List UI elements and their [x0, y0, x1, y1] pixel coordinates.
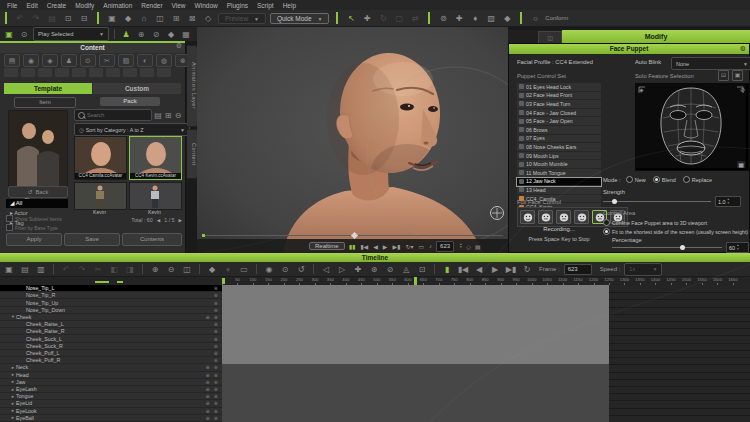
track-toggle-icon[interactable]: ⊗: [214, 372, 218, 378]
quick-mode-button[interactable]: Quick Mode ▼: [270, 13, 329, 24]
track-name-cheek_raise_r[interactable]: Cheek_Raise_R⊗: [0, 328, 222, 335]
filter-slot[interactable]: [123, 68, 137, 77]
swap-tool-icon[interactable]: ⇄: [409, 12, 421, 25]
gizmo-icon[interactable]: ♦: [469, 12, 481, 25]
texture-icon[interactable]: ▧: [485, 12, 497, 25]
rotate-tool-icon[interactable]: ↻: [377, 12, 389, 25]
actor-icon[interactable]: ♟: [120, 28, 132, 41]
clapper-icon[interactable]: ▤: [475, 243, 481, 250]
accessory-cat-icon[interactable]: ⊙: [80, 54, 96, 67]
puppet-control-item[interactable]: 06 Brows: [517, 126, 601, 135]
puppet-control-item[interactable]: 02 Face Head Front: [517, 92, 601, 101]
track-mute-icon[interactable]: ⊕: [206, 400, 210, 406]
menu-plugins[interactable]: Plugins: [227, 2, 248, 9]
scene-cat-icon[interactable]: ▧: [118, 54, 134, 67]
menu-render[interactable]: Render: [141, 2, 162, 9]
filter-slot[interactable]: [157, 68, 171, 77]
camera-cat-icon[interactable]: ◍: [156, 54, 172, 67]
select-tool-icon[interactable]: ↖: [345, 12, 357, 25]
folder-icon[interactable]: ▤: [4, 54, 20, 67]
zoom-out-icon[interactable]: ⊖: [165, 263, 177, 276]
paste-key-icon[interactable]: ◨: [124, 263, 136, 276]
track-toggle-icon[interactable]: ⊗: [214, 393, 218, 399]
add-key-icon[interactable]: ◆: [206, 263, 218, 276]
track-toggle-icon[interactable]: ⊗: [214, 285, 218, 291]
face-key-icon[interactable]: ⊘: [150, 28, 162, 41]
viewport-3d[interactable]: Realtime ▮▮▮◀◀▶▶▮↻▾▭♪ 623 ▲▼ ◇ ▤: [197, 27, 508, 253]
track-mute-icon[interactable]: ⊕: [206, 393, 210, 399]
export-icon[interactable]: ⊟: [78, 12, 90, 25]
track-name-cheek_puff_r[interactable]: Cheek_Puff_R⊗: [0, 357, 222, 364]
track-name-cheek[interactable]: ▾Cheek⊕⊗: [0, 314, 222, 321]
preview-link-icon[interactable]: ⊘: [740, 86, 745, 93]
track-toggle-icon[interactable]: ⊗: [214, 350, 218, 356]
puppet-control-item[interactable]: 08 Nose Cheeks Ears: [517, 143, 601, 152]
track-name-cheek_suck_l[interactable]: Cheek_Suck_L⊗: [0, 335, 222, 342]
open-project-icon[interactable]: ⊡: [62, 12, 74, 25]
checkbox-filter-base-type[interactable]: Filter by Base Type: [6, 224, 70, 231]
previous-frame-button[interactable]: ◀: [373, 243, 378, 250]
media-icon[interactable]: ▣: [106, 12, 118, 25]
reset-track-icon[interactable]: ↺: [295, 263, 307, 276]
layout-single-icon[interactable]: ◫: [154, 12, 166, 25]
puppet-control-item[interactable]: 07 Eyes: [517, 135, 601, 144]
skip-to-start-button[interactable]: ▮◀: [457, 263, 469, 276]
playhead-marker[interactable]: [414, 277, 417, 285]
edit-mesh-icon[interactable]: ◆: [501, 12, 513, 25]
preview-grid-icon[interactable]: ▦: [737, 161, 745, 168]
track-name-jaw[interactable]: ▸Jaw⊕⊗: [0, 379, 222, 386]
tab-template[interactable]: Template: [4, 83, 92, 94]
curve-editor-icon[interactable]: ▥: [35, 263, 47, 276]
ruler-start-flag[interactable]: [222, 278, 225, 284]
speed-dropdown[interactable]: 1x ▼: [624, 263, 662, 276]
track-mute-icon[interactable]: ⊕: [206, 386, 210, 392]
thumbnail-cc4-kevin[interactable]: CC4 Kevin.ccAvatar: [129, 136, 182, 180]
track-name-nose_tip_down[interactable]: Nose_Tip_Down⊗: [0, 307, 222, 314]
menu-help[interactable]: Help: [283, 2, 296, 9]
transition-icon[interactable]: ▭: [238, 263, 250, 276]
track-name-cheek_puff_l[interactable]: Cheek_Puff_L⊗: [0, 350, 222, 357]
preview-dropdown[interactable]: Preview ▼: [218, 13, 266, 24]
track-toggle-icon[interactable]: ⊗: [214, 321, 218, 327]
track-mute-icon[interactable]: ⊕: [206, 379, 210, 385]
previous-frame-button[interactable]: ◀: [473, 263, 485, 276]
track-toggle-icon[interactable]: ⊗: [214, 292, 218, 298]
play-selected-dropdown[interactable]: Play Selected▼: [33, 27, 109, 41]
puppet-control-item[interactable]: 13 Head: [517, 186, 601, 195]
track-toggle-icon[interactable]: ⊗: [214, 336, 218, 342]
skip-to-start-button[interactable]: ▮◀: [360, 243, 368, 250]
viewport-frame-input[interactable]: 623: [436, 241, 454, 252]
puppet-control-item[interactable]: 01 Eyes Head Lock: [517, 83, 601, 92]
break-clip-icon[interactable]: ⊘: [384, 263, 396, 276]
thumbnail-kevin-outfit-2[interactable]: [129, 182, 182, 210]
track-name-cheek_suck_r[interactable]: Cheek_Suck_R⊗: [0, 343, 222, 350]
cut-key-icon[interactable]: ✂: [92, 263, 104, 276]
puppet-control-item[interactable]: 04 Face - Jaw Closed: [517, 109, 601, 118]
track-name-neck[interactable]: ▸Neck⊕⊗: [0, 364, 222, 371]
actor-cat-icon[interactable]: ♟: [61, 54, 77, 67]
redo-key-icon[interactable]: ↷: [76, 263, 88, 276]
back-button[interactable]: ↺Back: [8, 186, 68, 198]
menu-animation[interactable]: Animation: [103, 2, 132, 9]
prev-clip-icon[interactable]: ◁: [320, 263, 332, 276]
camera-view-button[interactable]: ▭: [418, 243, 424, 250]
tab-custom[interactable]: Custom: [93, 83, 181, 94]
full-face-button-4[interactable]: [574, 210, 589, 224]
menu-modify[interactable]: Modify: [75, 2, 94, 9]
track-toggle-icon[interactable]: ⊗: [214, 379, 218, 385]
tree-item-all[interactable]: ◢ All: [6, 199, 68, 208]
strength-slider[interactable]: [603, 199, 711, 204]
apply-button[interactable]: Apply: [6, 233, 62, 246]
track-name-eyelid[interactable]: ▸EyeLid⊕⊗: [0, 400, 222, 407]
layout-grid-icon[interactable]: ⊠: [186, 12, 198, 25]
gear-icon[interactable]: ⚙: [740, 45, 746, 53]
filter-slot[interactable]: [21, 68, 35, 77]
radio-confine-viewport[interactable]: Confine Face Puppet area to 3D viewport: [603, 219, 707, 226]
light-cat-icon[interactable]: ◐: [137, 54, 153, 67]
track-toggle-icon[interactable]: ⊗: [214, 343, 218, 349]
view-grid-icon[interactable]: ⊞: [164, 109, 172, 122]
track-list-icon[interactable]: ▣: [3, 263, 15, 276]
gear-icon[interactable]: ⚙: [176, 42, 182, 50]
puppet-control-item[interactable]: 12 Jaw Neck: [517, 178, 601, 187]
full-face-button-3[interactable]: [556, 210, 571, 224]
